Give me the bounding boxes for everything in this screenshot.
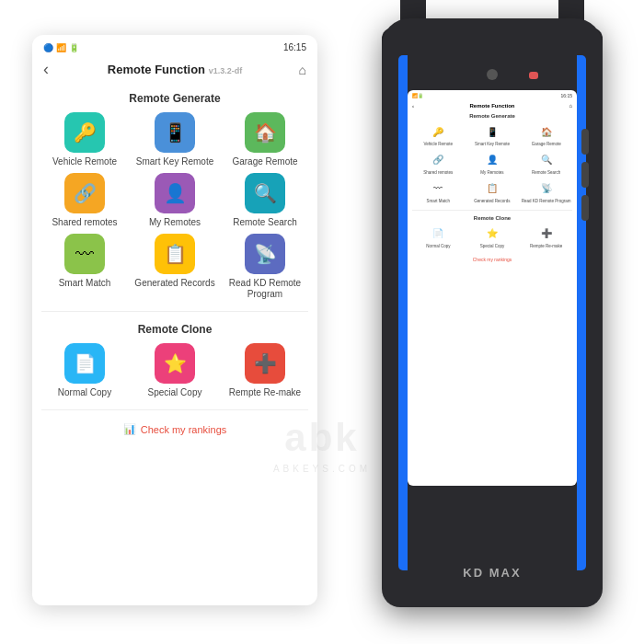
smart-key-remote-icon: 📱 bbox=[155, 112, 195, 153]
ds-smart-key-icon: 📱 bbox=[482, 121, 502, 142]
ds-time: 16:15 bbox=[560, 93, 572, 98]
list-item[interactable]: 〰 Smart Match bbox=[412, 178, 465, 204]
rankings-label: Check my rankings bbox=[141, 424, 227, 435]
list-item[interactable]: 🔗 Shared remotes bbox=[41, 173, 128, 228]
list-item[interactable]: ⭐ Special Copy bbox=[466, 224, 519, 249]
ds-smart-match-icon: 〰 bbox=[428, 178, 448, 199]
ds-shared-icon: 🔗 bbox=[428, 150, 448, 170]
rankings-icon: 📊 bbox=[123, 423, 136, 435]
ds-garage-label: Garage Remote bbox=[532, 143, 561, 147]
list-item[interactable]: ⭐ Special Copy bbox=[132, 343, 218, 398]
list-item[interactable]: 🔗 Shared remotes bbox=[412, 150, 465, 176]
nav-bar: ‹ Remote Function v1.3.2-df ⌂ bbox=[32, 56, 317, 86]
ds-check-rankings[interactable]: Check my rankings bbox=[408, 253, 577, 266]
remote-remake-label: Rempte Re-make bbox=[229, 387, 301, 398]
generated-records-label: Generated Records bbox=[134, 278, 214, 289]
generated-records-icon: 📋 bbox=[155, 234, 195, 274]
ds-clone-grid: 📄 Normal Copy ⭐ Special Copy ➕ Rempte Re… bbox=[408, 224, 577, 253]
list-item[interactable]: 📄 Normal Copy bbox=[412, 224, 465, 249]
ds-my-remotes-icon: 👤 bbox=[482, 150, 502, 170]
ds-icons: 📶🔋 bbox=[412, 93, 423, 98]
vehicle-remote-label: Vehicle Remote bbox=[52, 156, 117, 167]
remote-clone-grid: 📄 Normal Copy ⭐ Special Copy ➕ Rempte Re… bbox=[32, 343, 317, 406]
list-item[interactable]: 〰 Smart Match bbox=[41, 234, 128, 300]
ds-special-copy-icon: ⭐ bbox=[482, 224, 502, 244]
ds-shared-label: Shared remotes bbox=[423, 171, 453, 176]
ds-remake-label: Rempte Re-make bbox=[530, 245, 562, 249]
status-bar: 🔵 📶 🔋 16:15 bbox=[32, 35, 317, 56]
wifi-icon: 📶 bbox=[56, 43, 66, 52]
side-button-2[interactable] bbox=[581, 162, 589, 188]
list-item[interactable]: 📡 Read KD Remote Program bbox=[520, 178, 572, 204]
list-item[interactable]: ➕ Rempte Re-make bbox=[222, 343, 308, 398]
ds-my-remotes-label: My Remotes bbox=[480, 171, 503, 176]
bottom-divider bbox=[41, 409, 308, 410]
ds-records-icon: 📋 bbox=[482, 178, 502, 199]
list-item[interactable]: 🏠 Garage Remote bbox=[222, 112, 308, 167]
ds-garage-icon: 🏠 bbox=[536, 121, 557, 142]
list-item[interactable]: 📱 Smart Key Remote bbox=[466, 121, 519, 147]
ds-remake-icon: ➕ bbox=[536, 224, 557, 244]
ds-status-bar: 📶🔋 16:15 bbox=[408, 90, 577, 101]
remote-generate-title: Remote Generate bbox=[32, 86, 317, 112]
scene: abk ABKEYS.COM 🔵 📶 🔋 16:15 ‹ Remote Func… bbox=[0, 0, 644, 644]
remote-search-icon: 🔍 bbox=[245, 173, 285, 213]
bluetooth-icon: 🔵 bbox=[43, 43, 53, 52]
list-item[interactable]: 📄 Normal Copy bbox=[41, 343, 128, 398]
battery-icon: 🔋 bbox=[69, 43, 79, 52]
home-button[interactable]: ⌂ bbox=[299, 63, 306, 77]
list-item[interactable]: 👤 My Remotes bbox=[132, 173, 218, 228]
ds-remote-clone-title: Remote Clone bbox=[408, 213, 577, 224]
back-button[interactable]: ‹ bbox=[43, 60, 49, 79]
shared-remotes-label: Shared remotes bbox=[52, 217, 117, 228]
ds-home: ⌂ bbox=[569, 103, 572, 109]
device-screen: 📶🔋 16:15 ‹ Remote Function ⌂ Remote Gene… bbox=[408, 90, 577, 486]
garage-remote-icon: 🏠 bbox=[245, 112, 285, 153]
ds-vehicle-icon: 🔑 bbox=[428, 121, 448, 142]
device-body: 📶🔋 16:15 ‹ Remote Function ⌂ Remote Gene… bbox=[382, 18, 603, 607]
list-item[interactable]: 🔍 Remote Search bbox=[222, 173, 308, 228]
my-remotes-label: My Remotes bbox=[149, 217, 201, 228]
list-item[interactable]: 📋 Generated Records bbox=[466, 178, 519, 204]
device-container: 📶🔋 16:15 ‹ Remote Function ⌂ Remote Gene… bbox=[359, 18, 626, 626]
ds-remote-generate-title: Remote Generate bbox=[408, 111, 577, 121]
section-divider bbox=[41, 311, 308, 312]
read-kd-remote-icon: 📡 bbox=[245, 234, 285, 274]
list-item[interactable]: 🏠 Garage Remote bbox=[520, 121, 572, 147]
side-button-3[interactable] bbox=[581, 195, 589, 221]
special-copy-label: Special Copy bbox=[148, 387, 202, 398]
remote-search-label: Remote Search bbox=[233, 217, 296, 228]
check-rankings[interactable]: 📊 Check my rankings bbox=[32, 416, 317, 443]
ds-search-icon: 🔍 bbox=[536, 150, 557, 170]
side-button-1[interactable] bbox=[581, 129, 589, 155]
garage-remote-label: Garage Remote bbox=[232, 156, 297, 167]
device-label: KD MAX bbox=[463, 566, 521, 580]
ds-special-copy-label: Special Copy bbox=[480, 245, 505, 249]
list-item[interactable]: 📋 Generated Records bbox=[132, 234, 218, 300]
ds-smart-key-label: Smart Key Remote bbox=[475, 143, 510, 147]
smart-key-remote-label: Smart Key Remote bbox=[136, 156, 213, 167]
list-item[interactable]: ➕ Rempte Re-make bbox=[520, 224, 572, 249]
ds-smart-match-label: Smart Match bbox=[427, 200, 451, 204]
ds-nav: ‹ Remote Function ⌂ bbox=[408, 101, 577, 111]
nav-title: Remote Function v1.3.2-df bbox=[108, 63, 242, 76]
list-item[interactable]: 🔍 Remote Search bbox=[520, 150, 572, 176]
list-item[interactable]: 📱 Smart Key Remote bbox=[132, 112, 218, 167]
list-item[interactable]: 👤 My Remotes bbox=[466, 150, 519, 176]
blue-accent-left bbox=[398, 55, 408, 570]
ds-records-label: Generated Records bbox=[474, 200, 510, 204]
special-copy-icon: ⭐ bbox=[155, 343, 195, 384]
list-item[interactable]: 🔑 Vehicle Remote bbox=[412, 121, 465, 147]
remote-generate-grid: 🔑 Vehicle Remote 📱 Smart Key Remote 🏠 Ga… bbox=[32, 112, 317, 307]
phone-screen: 🔵 📶 🔋 16:15 ‹ Remote Function v1.3.2-df … bbox=[32, 35, 317, 605]
read-kd-remote-label: Read KD Remote Program bbox=[222, 278, 308, 300]
list-item[interactable]: 📡 Read KD Remote Program bbox=[222, 234, 308, 300]
ds-normal-copy-icon: 📄 bbox=[428, 224, 448, 244]
led-indicator bbox=[529, 72, 538, 79]
normal-copy-icon: 📄 bbox=[64, 343, 105, 384]
shared-remotes-icon: 🔗 bbox=[64, 173, 105, 213]
ds-read-kd-label: Read KD Remote Program bbox=[522, 200, 571, 204]
my-remotes-icon: 👤 bbox=[155, 173, 195, 213]
status-icons: 🔵 📶 🔋 bbox=[43, 43, 79, 52]
list-item[interactable]: 🔑 Vehicle Remote bbox=[41, 112, 128, 167]
